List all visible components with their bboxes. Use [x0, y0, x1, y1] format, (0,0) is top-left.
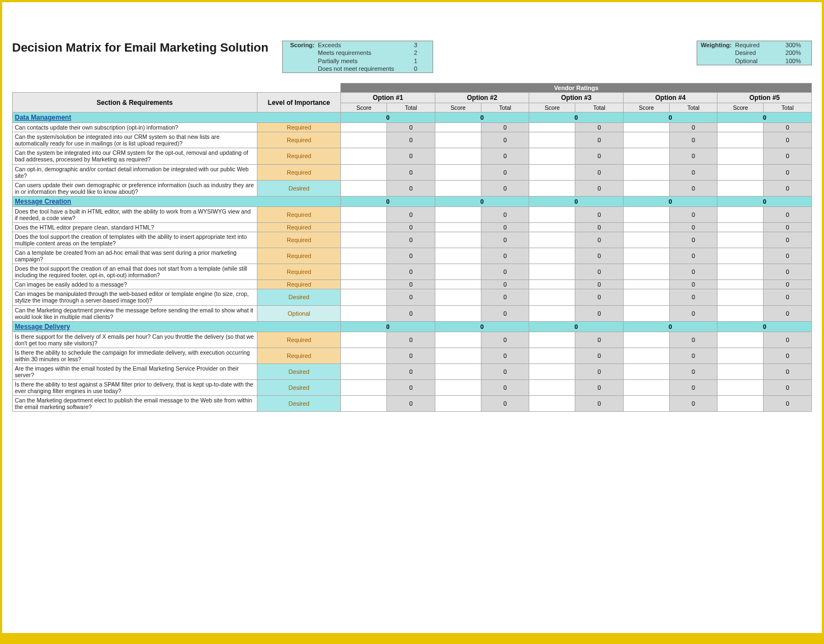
score-cell[interactable] — [529, 280, 575, 289]
score-cell[interactable] — [718, 289, 764, 305]
score-cell[interactable] — [435, 289, 481, 305]
score-cell[interactable] — [623, 164, 669, 180]
score-cell[interactable] — [435, 305, 481, 321]
score-cell[interactable] — [623, 280, 669, 289]
importance-cell[interactable]: Desired — [257, 380, 341, 396]
score-cell[interactable] — [529, 180, 575, 196]
score-cell[interactable] — [718, 332, 764, 348]
score-cell[interactable] — [623, 305, 669, 321]
score-cell[interactable] — [341, 348, 387, 363]
score-cell[interactable] — [623, 348, 669, 363]
score-cell[interactable] — [529, 264, 575, 280]
score-cell[interactable] — [623, 289, 669, 305]
score-cell[interactable] — [623, 132, 669, 148]
score-cell[interactable] — [435, 264, 481, 280]
score-cell[interactable] — [718, 363, 764, 379]
score-cell[interactable] — [623, 248, 669, 264]
score-cell[interactable] — [623, 332, 669, 348]
score-cell[interactable] — [341, 132, 387, 148]
score-cell[interactable] — [529, 132, 575, 148]
score-cell[interactable] — [529, 380, 575, 396]
score-cell[interactable] — [435, 123, 481, 132]
score-cell[interactable] — [623, 180, 669, 196]
score-cell[interactable] — [341, 332, 387, 348]
score-cell[interactable] — [341, 232, 387, 248]
importance-cell[interactable]: Required — [257, 232, 341, 248]
score-cell[interactable] — [718, 180, 764, 196]
score-cell[interactable] — [341, 363, 387, 379]
importance-cell[interactable]: Optional — [257, 305, 341, 321]
score-cell[interactable] — [435, 232, 481, 248]
score-cell[interactable] — [718, 206, 764, 222]
importance-cell[interactable]: Required — [257, 206, 341, 222]
score-cell[interactable] — [718, 232, 764, 248]
score-cell[interactable] — [341, 164, 387, 180]
importance-cell[interactable]: Required — [257, 222, 341, 232]
score-cell[interactable] — [529, 248, 575, 264]
score-cell[interactable] — [623, 222, 669, 232]
score-cell[interactable] — [341, 380, 387, 396]
score-cell[interactable] — [718, 222, 764, 232]
importance-cell[interactable]: Required — [257, 132, 341, 148]
score-cell[interactable] — [529, 363, 575, 379]
score-cell[interactable] — [435, 380, 481, 396]
score-cell[interactable] — [718, 305, 764, 321]
score-cell[interactable] — [623, 264, 669, 280]
score-cell[interactable] — [718, 132, 764, 148]
score-cell[interactable] — [623, 206, 669, 222]
importance-cell[interactable]: Desired — [257, 363, 341, 379]
score-cell[interactable] — [529, 232, 575, 248]
score-cell[interactable] — [529, 164, 575, 180]
score-cell[interactable] — [718, 396, 764, 412]
score-cell[interactable] — [341, 280, 387, 289]
score-cell[interactable] — [435, 164, 481, 180]
importance-cell[interactable]: Desired — [257, 289, 341, 305]
score-cell[interactable] — [623, 396, 669, 412]
score-cell[interactable] — [529, 396, 575, 412]
score-cell[interactable] — [718, 380, 764, 396]
score-cell[interactable] — [623, 123, 669, 132]
score-cell[interactable] — [435, 348, 481, 363]
importance-cell[interactable]: Required — [257, 164, 341, 180]
score-cell[interactable] — [435, 132, 481, 148]
score-cell[interactable] — [435, 148, 481, 164]
score-cell[interactable] — [529, 332, 575, 348]
score-cell[interactable] — [435, 222, 481, 232]
score-cell[interactable] — [529, 305, 575, 321]
score-cell[interactable] — [529, 123, 575, 132]
score-cell[interactable] — [341, 248, 387, 264]
score-cell[interactable] — [718, 248, 764, 264]
score-cell[interactable] — [435, 332, 481, 348]
score-cell[interactable] — [341, 123, 387, 132]
importance-cell[interactable]: Required — [257, 248, 341, 264]
score-cell[interactable] — [623, 232, 669, 248]
score-cell[interactable] — [718, 264, 764, 280]
score-cell[interactable] — [623, 363, 669, 379]
score-cell[interactable] — [341, 264, 387, 280]
importance-cell[interactable]: Required — [257, 280, 341, 289]
score-cell[interactable] — [435, 280, 481, 289]
score-cell[interactable] — [623, 148, 669, 164]
score-cell[interactable] — [435, 180, 481, 196]
importance-cell[interactable]: Desired — [257, 180, 341, 196]
score-cell[interactable] — [529, 148, 575, 164]
importance-cell[interactable]: Required — [257, 123, 341, 132]
score-cell[interactable] — [718, 148, 764, 164]
score-cell[interactable] — [435, 396, 481, 412]
importance-cell[interactable]: Required — [257, 264, 341, 280]
score-cell[interactable] — [341, 289, 387, 305]
score-cell[interactable] — [341, 148, 387, 164]
score-cell[interactable] — [341, 305, 387, 321]
score-cell[interactable] — [435, 363, 481, 379]
importance-cell[interactable]: Required — [257, 332, 341, 348]
importance-cell[interactable]: Required — [257, 148, 341, 164]
score-cell[interactable] — [718, 348, 764, 363]
score-cell[interactable] — [435, 206, 481, 222]
score-cell[interactable] — [529, 348, 575, 363]
score-cell[interactable] — [623, 380, 669, 396]
score-cell[interactable] — [341, 222, 387, 232]
score-cell[interactable] — [529, 222, 575, 232]
score-cell[interactable] — [718, 280, 764, 289]
score-cell[interactable] — [341, 396, 387, 412]
score-cell[interactable] — [435, 248, 481, 264]
